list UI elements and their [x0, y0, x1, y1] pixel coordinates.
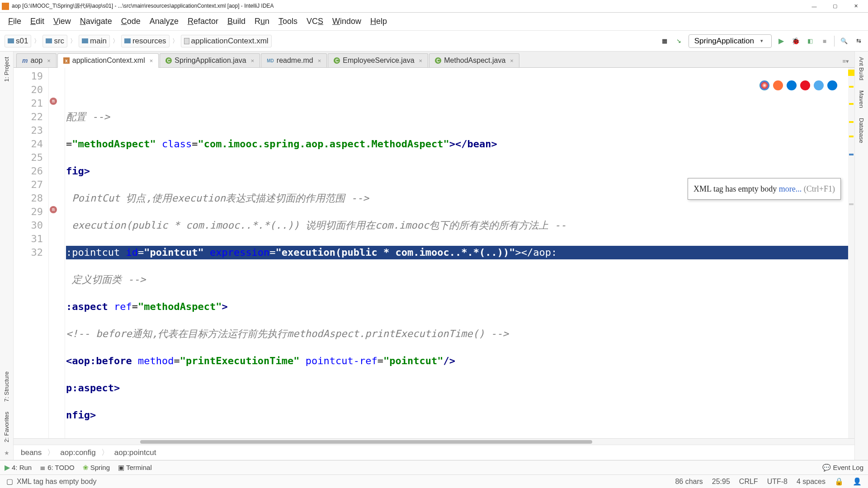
tab-applicationcontext[interactable]: xapplicationContext.xml× — [57, 53, 159, 68]
maximize-button[interactable]: ▢ — [825, 0, 845, 13]
folder-icon — [46, 38, 52, 43]
tooltip-more-link[interactable]: more... — [779, 184, 802, 193]
editor[interactable]: 1920212223242526272829303132 m m 配置 --> … — [14, 68, 854, 438]
tab-aop[interactable]: maop× — [16, 53, 57, 67]
menu-file[interactable]: File — [4, 17, 26, 26]
debug-button[interactable]: 🐞 — [791, 36, 801, 46]
right-tool-stripe: Ant Build Maven Database — [854, 52, 868, 460]
edge-icon[interactable] — [827, 80, 837, 90]
spring-icon: ❀ — [83, 464, 89, 472]
status-line-sep[interactable]: CRLF — [739, 478, 758, 486]
menu-build[interactable]: Build — [223, 17, 250, 26]
status-encoding[interactable]: UTF-8 — [767, 478, 788, 486]
tooltip-shortcut: (Ctrl+F1) — [804, 184, 835, 193]
gutter-icons: m m — [49, 68, 58, 438]
star-icon: ★ — [4, 450, 9, 456]
markdown-icon: MD — [267, 58, 274, 63]
status-position[interactable]: 25:95 — [712, 478, 730, 486]
warning-indicator[interactable] — [848, 70, 854, 76]
menu-code[interactable]: Code — [117, 17, 145, 26]
close-icon[interactable]: × — [419, 57, 423, 64]
chevron-icon: 〉 — [113, 37, 118, 45]
safari-icon[interactable] — [787, 80, 797, 90]
yandex-icon[interactable] — [814, 80, 824, 90]
menu-edit[interactable]: Edit — [26, 17, 49, 26]
bean-gutter-icon[interactable]: m — [50, 98, 57, 105]
tool-run[interactable]: ▶4: Run — [5, 463, 32, 472]
scrollbar-thumb[interactable] — [140, 440, 592, 444]
minimize-button[interactable]: — — [804, 0, 825, 13]
menu-vcs[interactable]: VCS — [302, 17, 328, 26]
crumb-main[interactable]: main — [79, 35, 110, 47]
tool-terminal[interactable]: ▣Terminal — [118, 464, 152, 472]
status-indent[interactable]: 4 spaces — [797, 478, 826, 486]
menubar: File Edit View Navigate Code Analyze Ref… — [0, 13, 868, 31]
crumb-aoppointcut[interactable]: aop:pointcut — [114, 448, 156, 457]
bottom-tool-stripe: ▶4: Run ≣6: TODO ❀Spring ▣Terminal 💬Even… — [0, 460, 868, 474]
crumb-s01[interactable]: s01 — [5, 35, 31, 47]
menu-analyze[interactable]: Analyze — [145, 17, 183, 26]
horizontal-scrollbar[interactable] — [14, 438, 854, 445]
coverage-button[interactable]: ◧ — [805, 36, 815, 46]
tool-database[interactable]: Database — [858, 115, 865, 146]
menu-help[interactable]: Help — [366, 17, 392, 26]
close-icon[interactable]: × — [318, 57, 321, 64]
close-icon[interactable]: × — [47, 57, 51, 64]
firefox-icon[interactable] — [773, 80, 783, 90]
menu-run[interactable]: Run — [250, 17, 274, 26]
status-lock-icon[interactable]: 🔒 — [835, 477, 844, 486]
chevron-icon: 〉 — [172, 37, 178, 45]
stop-button[interactable]: ■ — [820, 36, 830, 46]
statusbar: ▢ XML tag has empty body 86 chars 25:95 … — [0, 474, 868, 488]
code-area[interactable]: 配置 --> ="methodAspect" class="com.imooc.… — [65, 68, 848, 438]
xml-icon: x — [63, 57, 70, 64]
run-config-selector[interactable]: SpringApplication — [689, 34, 772, 48]
tool-maven[interactable]: Maven — [858, 88, 865, 111]
window-title: aop [G:\IMOOC_T\Spring\源代码\aop\s01] - ..… — [12, 2, 804, 10]
search-icon[interactable]: 🔍 — [839, 36, 849, 46]
status-hector-icon[interactable]: 👤 — [853, 477, 862, 486]
crumb-src[interactable]: src — [42, 35, 67, 47]
tool-structure[interactable]: 7: Structure — [3, 369, 10, 404]
menu-tools[interactable]: Tools — [274, 17, 302, 26]
fold-gutter[interactable] — [58, 68, 65, 438]
settings-icon[interactable]: ⇆ — [854, 36, 863, 46]
menu-refactor[interactable]: Refactor — [183, 17, 223, 26]
tab-springapplication[interactable]: CSpringApplication.java× — [160, 53, 260, 67]
tool-antbuild[interactable]: Ant Build — [858, 54, 865, 83]
close-icon[interactable]: × — [510, 57, 514, 64]
maven-icon: m — [22, 57, 28, 64]
hammer-icon[interactable]: ↘ — [674, 36, 684, 46]
file-icon — [184, 38, 189, 44]
tool-favorites[interactable]: 2: Favorites — [3, 409, 10, 445]
tool-project[interactable]: 1: Project — [3, 54, 10, 84]
inspection-tooltip: XML tag has empty body more... (Ctrl+F1) — [688, 178, 841, 200]
tool-eventlog[interactable]: 💬Event Log — [822, 464, 863, 472]
tab-methodaspect[interactable]: CMethodAspect.java× — [429, 53, 519, 67]
tool-todo[interactable]: ≣6: TODO — [40, 464, 74, 472]
close-button[interactable]: ✕ — [845, 0, 866, 13]
tool-spring[interactable]: ❀Spring — [83, 464, 110, 472]
close-icon[interactable]: × — [150, 57, 153, 64]
menu-navigate[interactable]: Navigate — [75, 17, 117, 26]
todo-icon: ≣ — [40, 464, 46, 472]
crumb-beans[interactable]: beans — [21, 448, 42, 457]
run-button[interactable]: ▶ — [776, 36, 786, 46]
code-text: 定义切面类 --> — [66, 274, 146, 285]
code-text: <!-- before通知,代表在目标方法运行前先执行methodAspect.… — [66, 328, 509, 339]
chrome-icon[interactable] — [760, 80, 769, 90]
build-icon[interactable]: ▦ — [660, 36, 670, 46]
crumb-resources[interactable]: resources — [121, 35, 170, 47]
tab-list-icon[interactable]: ≡▾ — [842, 58, 849, 65]
opera-icon[interactable] — [800, 80, 810, 90]
error-stripe[interactable] — [848, 68, 854, 438]
crumb-file[interactable]: applicationContext.xml — [181, 35, 272, 47]
menu-view[interactable]: View — [49, 17, 75, 26]
menu-window[interactable]: Window — [328, 17, 366, 26]
bean-gutter-icon[interactable]: m — [50, 206, 57, 213]
close-icon[interactable]: × — [251, 57, 255, 64]
tab-employeeservice[interactable]: CEmployeeService.java× — [328, 53, 428, 67]
breadcrumb: s01 〉 src 〉 main 〉 resources 〉 applicati… — [5, 35, 272, 47]
crumb-aopconfig[interactable]: aop:config — [60, 448, 95, 457]
tab-readme[interactable]: MDreadme.md× — [261, 53, 327, 67]
